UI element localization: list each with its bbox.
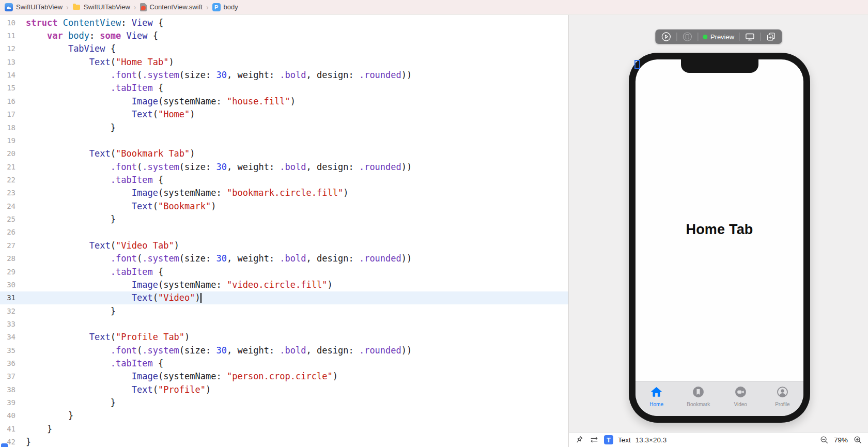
code-line-36[interactable]: 36 .tabItem { [0,357,568,369]
code-line-13[interactable]: 13 Text("Home Tab") [0,55,568,68]
line-number[interactable]: 31 [0,294,26,302]
line-number[interactable]: 37 [0,372,26,380]
device-preview-button[interactable] [681,31,693,42]
line-number[interactable]: 26 [0,228,26,236]
line-text: .tabItem { [26,175,163,185]
zoom-out-icon[interactable] [819,435,829,445]
code-line-10[interactable]: 10struct ContentView: View { [0,16,568,29]
breadcrumb-label: body [224,3,238,11]
line-number[interactable]: 10 [0,19,26,27]
code-line-19[interactable]: 19 [0,134,568,147]
code-line-15[interactable]: 15 .tabItem { [0,82,568,95]
code-line-12[interactable]: 12 TabView { [0,42,568,55]
line-number[interactable]: 30 [0,281,26,289]
line-text: Text("Video Tab") [26,240,179,251]
breadcrumb-item-swiftuitabview[interactable]: SwiftUITabView [72,3,130,11]
code-line-29[interactable]: 29 .tabItem { [0,265,568,278]
code-line-42[interactable]: 42} [0,436,568,447]
line-number[interactable]: 11 [0,32,26,40]
code-editor[interactable]: 10struct ContentView: View {11 var body:… [0,15,568,447]
canvas-status-bar: T Text 13.3×20.3 79% [568,432,868,447]
breadcrumb: SwiftUITabView›SwiftUITabView›ContentVie… [5,3,238,11]
tab-label: Bookmark [687,402,710,407]
code-line-33[interactable]: 33 [0,317,568,330]
code-line-14[interactable]: 14 .font(.system(size: 30, weight: .bold… [0,68,568,81]
code-line-22[interactable]: 22 .tabItem { [0,173,568,186]
line-number[interactable]: 14 [0,71,26,79]
line-text: Text("Video") [26,292,202,303]
code-line-40[interactable]: 40 } [0,409,568,422]
code-line-30[interactable]: 30 Image(systemName: "video.circle.fill"… [0,278,568,291]
code-line-37[interactable]: 37 Image(systemName: "person.crop.circle… [0,370,568,383]
code-line-17[interactable]: 17 Text("Home") [0,108,568,121]
code-line-25[interactable]: 25 } [0,212,568,225]
code-line-28[interactable]: 28 .font(.system(size: 30, weight: .bold… [0,252,568,265]
iphone-screen[interactable]: Home Tab HomeBookmarkVideoProfile [636,59,803,416]
line-number[interactable]: 16 [0,97,26,105]
preview-tab-bookmark[interactable]: Bookmark [677,381,719,416]
breadcrumb-item-swiftuitabview[interactable]: SwiftUITabView [5,3,63,11]
code-line-24[interactable]: 24 Text("Bookmark") [0,199,568,212]
line-number[interactable]: 41 [0,425,26,433]
code-line-26[interactable]: 26 [0,226,568,239]
code-line-20[interactable]: 20 Text("Bookmark Tab") [0,147,568,160]
video-circle-fill-icon [734,386,747,400]
display-button[interactable] [744,31,755,42]
zoom-level-label[interactable]: 79% [834,436,848,444]
line-number[interactable]: 25 [0,215,26,223]
code-line-31[interactable]: 31 Text("Video") [0,291,568,304]
line-number[interactable]: 32 [0,307,26,315]
line-number[interactable]: 13 [0,58,26,66]
code-line-27[interactable]: 27 Text("Video Tab") [0,239,568,252]
line-text: var body: some View { [26,30,158,41]
zoom-in-icon[interactable] [853,435,863,445]
line-number[interactable]: 21 [0,163,26,171]
display-icon [745,32,755,42]
code-line-16[interactable]: 16 Image(systemName: "house.fill") [0,95,568,107]
preview-mode-button[interactable]: Preview [703,33,734,41]
code-line-11[interactable]: 11 var body: some View { [0,29,568,42]
breadcrumb-item-contentview-swift[interactable]: ContentView.swift [140,3,203,11]
line-number[interactable]: 29 [0,268,26,276]
duplicate-plus-button[interactable] [765,31,777,42]
line-number[interactable]: 28 [0,254,26,263]
toolbar-divider [698,33,698,41]
code-line-38[interactable]: 38 Text("Profile") [0,383,568,396]
code-line-34[interactable]: 34 Text("Profile Tab") [0,331,568,344]
line-number[interactable]: 36 [0,359,26,367]
line-number[interactable]: 40 [0,411,26,420]
line-number[interactable]: 33 [0,320,26,328]
device-settings-icon[interactable] [589,435,599,445]
code-line-23[interactable]: 23 Image(systemName: "bookmark.circle.fi… [0,187,568,199]
code-line-18[interactable]: 18 } [0,121,568,134]
line-number[interactable]: 23 [0,189,26,197]
line-number[interactable]: 38 [0,386,26,394]
line-number[interactable]: 17 [0,110,26,118]
preview-tab-home[interactable]: Home [636,381,677,416]
folder-icon [72,3,81,11]
breadcrumb-item-body[interactable]: Pbody [212,3,238,11]
code-line-35[interactable]: 35 .font(.system(size: 30, weight: .bold… [0,344,568,357]
line-number[interactable]: 24 [0,202,26,210]
line-number[interactable]: 34 [0,333,26,341]
line-number[interactable]: 19 [0,136,26,145]
line-number[interactable]: 39 [0,398,26,407]
preview-tab-video[interactable]: Video [720,381,762,416]
line-text: .tabItem { [26,358,163,368]
play-circle-button[interactable] [660,31,672,42]
code-line-32[interactable]: 32 } [0,304,568,317]
preview-tab-profile[interactable]: Profile [762,381,803,416]
line-number[interactable]: 18 [0,124,26,132]
code-line-41[interactable]: 41 } [0,422,568,435]
line-number[interactable]: 15 [0,84,26,92]
code-line-39[interactable]: 39 } [0,396,568,409]
bookmark-circle-fill-icon [692,386,705,400]
line-number[interactable]: 22 [0,176,26,184]
line-number[interactable]: 35 [0,346,26,354]
pin-icon[interactable] [574,435,584,445]
line-number[interactable]: 27 [0,241,26,250]
swift-file-icon [140,3,147,11]
line-number[interactable]: 12 [0,44,26,53]
code-line-21[interactable]: 21 .font(.system(size: 30, weight: .bold… [0,160,568,173]
line-number[interactable]: 20 [0,149,26,158]
